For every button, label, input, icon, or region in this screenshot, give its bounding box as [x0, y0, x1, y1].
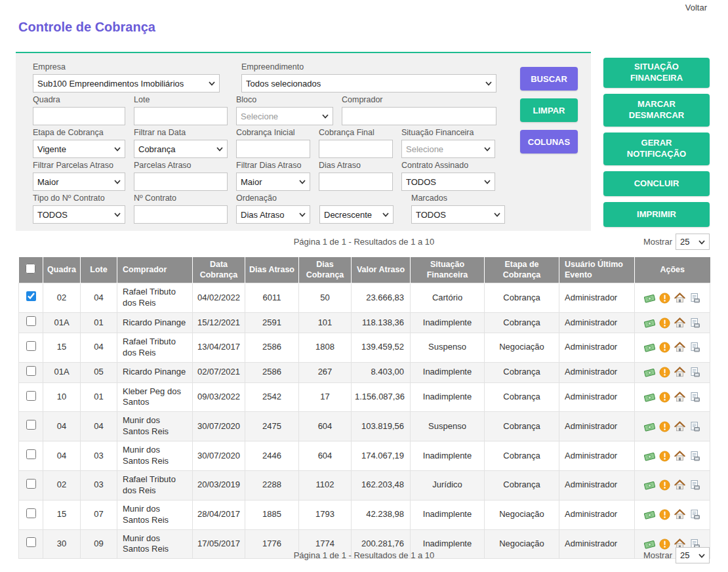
- side-actions: SITUAÇÃO FINANCEIRA MARCAR DESMARCAR GER…: [603, 58, 710, 233]
- empreendimento-select[interactable]: Todos selecionados: [241, 74, 496, 92]
- marcados-select[interactable]: TODOS: [411, 205, 505, 224]
- money-icon[interactable]: [644, 342, 655, 353]
- row-checkbox[interactable]: [26, 316, 36, 326]
- print-document-icon[interactable]: [689, 367, 700, 378]
- field-empresa: Empresa Sub100 Empreendimentos Imobiliár…: [33, 62, 220, 92]
- etapa-cobranca-select[interactable]: Vigente: [33, 140, 125, 158]
- field-marcados: Marcados TODOS: [411, 194, 505, 224]
- print-document-icon[interactable]: [689, 342, 700, 353]
- money-icon[interactable]: [644, 392, 655, 403]
- house-icon[interactable]: [674, 317, 685, 329]
- cell-comprador: Rafael Tributo dos Reis: [117, 333, 193, 362]
- filtrar-dias-atraso-label: Filtrar Dias Atraso: [236, 161, 310, 171]
- page-size-select[interactable]: 25: [676, 547, 710, 563]
- row-checkbox[interactable]: [26, 508, 36, 518]
- print-document-icon[interactable]: [689, 421, 700, 432]
- comprador-label: Comprador: [342, 95, 496, 105]
- money-icon[interactable]: [644, 367, 655, 378]
- row-checkbox[interactable]: [26, 479, 36, 489]
- cobranca-final-input[interactable]: [319, 140, 393, 158]
- house-icon[interactable]: [674, 293, 685, 304]
- parcelas-atraso-label: Parcelas Atraso: [134, 161, 228, 171]
- cell-etapa-cobranca: Cobrança: [485, 313, 559, 333]
- alert-icon[interactable]: [659, 317, 670, 329]
- row-checkbox[interactable]: [26, 449, 36, 459]
- alert-icon[interactable]: [659, 451, 670, 462]
- empresa-select[interactable]: Sub100 Empreendimentos Imobiliários: [33, 74, 220, 92]
- cell-etapa-cobranca: Cobrança: [485, 470, 559, 500]
- buscar-button[interactable]: BUSCAR: [520, 67, 578, 91]
- page-size-select[interactable]: 25: [676, 234, 710, 250]
- print-document-icon[interactable]: [689, 392, 700, 403]
- alert-icon[interactable]: [659, 509, 670, 520]
- house-icon[interactable]: [674, 367, 685, 378]
- alert-icon[interactable]: [659, 342, 670, 353]
- limpar-button[interactable]: LIMPAR: [520, 98, 578, 122]
- back-link[interactable]: Voltar: [685, 3, 707, 12]
- money-icon[interactable]: [644, 509, 655, 520]
- cell-dias-cobranca: 17: [299, 382, 352, 412]
- print-document-icon[interactable]: [689, 451, 700, 462]
- row-checkbox[interactable]: [26, 366, 36, 376]
- money-icon[interactable]: [644, 293, 655, 304]
- house-icon[interactable]: [674, 421, 685, 432]
- row-checkbox[interactable]: [26, 391, 36, 401]
- table-body: 0204Rafael Tributo dos Reis04/02/2022601…: [19, 283, 710, 559]
- money-icon[interactable]: [644, 480, 655, 491]
- cell-valor-atraso: 174.067,19: [352, 441, 411, 471]
- alert-icon[interactable]: [659, 392, 670, 403]
- cell-data-cobranca: 09/03/2022: [193, 382, 245, 412]
- bloco-select[interactable]: Selecione: [236, 107, 333, 125]
- lote-input[interactable]: [134, 107, 228, 125]
- alert-icon[interactable]: [659, 480, 670, 491]
- colunas-button[interactable]: COLUNAS: [520, 130, 578, 153]
- print-document-icon[interactable]: [689, 317, 700, 329]
- marcar-desmarcar-button[interactable]: MARCAR DESMARCAR: [603, 94, 710, 127]
- alert-icon[interactable]: [659, 421, 670, 432]
- row-checkbox[interactable]: [26, 420, 36, 430]
- situacao-financeira-button[interactable]: SITUAÇÃO FINANCEIRA: [603, 58, 710, 88]
- contrato-assinado-label: Contrato Assinado: [401, 161, 495, 171]
- imprimir-button[interactable]: IMPRIMIR: [603, 202, 710, 227]
- num-contrato-input[interactable]: [134, 205, 228, 224]
- gerar-notificacao-button[interactable]: GERAR NOTIFICAÇÃO: [603, 133, 710, 165]
- print-document-icon[interactable]: [689, 509, 700, 520]
- house-icon[interactable]: [674, 451, 685, 462]
- row-checkbox[interactable]: [26, 341, 36, 351]
- concluir-button[interactable]: CONCLUIR: [603, 171, 710, 196]
- house-icon[interactable]: [674, 392, 685, 403]
- tipo-contrato-select[interactable]: TODOS: [33, 205, 125, 224]
- filtrar-dias-atraso-select[interactable]: Maior: [236, 173, 310, 191]
- situacao-financeira-select[interactable]: Selecione: [401, 140, 495, 158]
- cobranca-inicial-input[interactable]: [236, 140, 310, 158]
- cell-etapa-cobranca: Cobrança: [485, 412, 559, 441]
- print-document-icon[interactable]: [689, 293, 700, 304]
- ordenacao-campo-select[interactable]: Dias Atraso: [236, 205, 310, 224]
- quadra-input[interactable]: [33, 107, 125, 125]
- comprador-input[interactable]: [342, 107, 496, 125]
- ordenacao-direcao-select[interactable]: Decrescente: [319, 205, 394, 224]
- alert-icon[interactable]: [659, 293, 670, 304]
- contrato-assinado-select[interactable]: TODOS: [401, 173, 495, 191]
- house-icon[interactable]: [674, 509, 685, 520]
- select-all-checkbox[interactable]: [26, 264, 35, 274]
- col-comprador: Comprador: [117, 257, 193, 283]
- money-icon[interactable]: [644, 317, 655, 329]
- print-document-icon[interactable]: [689, 480, 700, 491]
- dias-atraso-input[interactable]: [319, 173, 393, 191]
- house-icon[interactable]: [674, 342, 685, 353]
- filtrar-na-data-select[interactable]: Cobrança: [134, 140, 228, 158]
- house-icon[interactable]: [674, 480, 685, 491]
- row-checkbox[interactable]: [26, 291, 36, 301]
- alert-icon[interactable]: [659, 367, 670, 378]
- money-icon[interactable]: [644, 421, 655, 432]
- filtrar-parcelas-atraso-label: Filtrar Parcelas Atraso: [33, 161, 125, 171]
- cell-usuario: Administrador: [559, 313, 635, 333]
- cell-valor-atraso: 23.666,83: [352, 283, 411, 313]
- parcelas-atraso-input[interactable]: [134, 173, 228, 191]
- filtrar-parcelas-atraso-select[interactable]: Maior: [33, 173, 125, 191]
- cell-data-cobranca: 15/12/2021: [193, 313, 245, 333]
- cell-usuario: Administrador: [559, 382, 635, 412]
- money-icon[interactable]: [644, 451, 655, 462]
- table-row: 01A05Ricardo Pinange02/07/202125862678.4…: [19, 362, 710, 382]
